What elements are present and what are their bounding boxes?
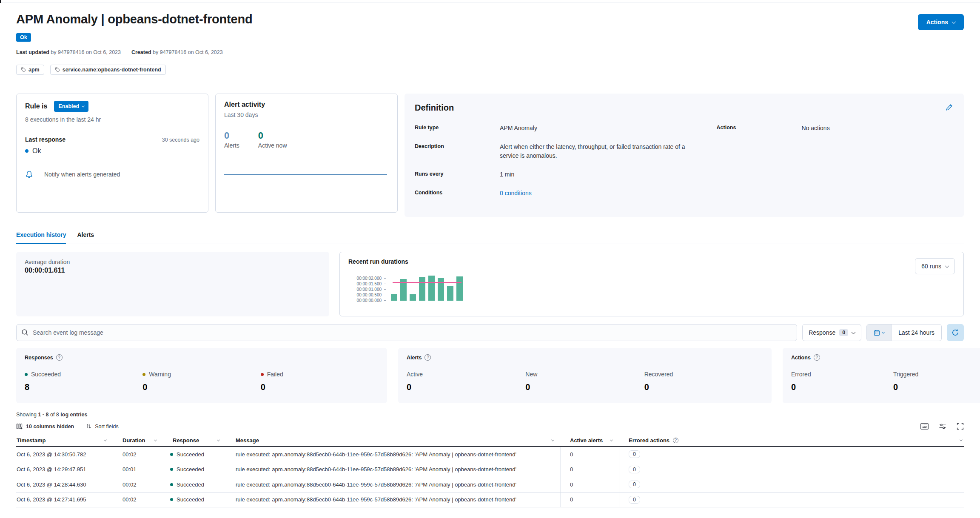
page-header: APM Anomaly | opbeans-dotnet-frontend Ok… <box>16 3 964 75</box>
help-icon[interactable]: ? <box>56 354 63 361</box>
stat-new: New 0 <box>525 371 644 392</box>
enabled-dropdown-button[interactable]: Enabled <box>54 101 88 112</box>
alert-activity-title: Alert activity <box>224 101 389 108</box>
actions-title: Actions <box>791 355 811 361</box>
stat-warning: Warning 0 <box>142 371 260 392</box>
succeeded-label: Succeeded <box>31 371 61 378</box>
tab-execution-history[interactable]: Execution history <box>16 231 66 244</box>
date-picker: Last 24 hours <box>866 324 942 341</box>
errored-actions-badge[interactable]: 0 <box>629 450 640 458</box>
cell-active-alerts: 0 <box>561 447 619 462</box>
tab-bar: Execution history Alerts <box>16 231 964 244</box>
def-actions-label: Actions <box>717 124 802 133</box>
cell-timestamp: Oct 6, 2023 @ 14:27:41.695 <box>16 492 113 507</box>
errored-actions-badge[interactable]: 0 <box>629 496 640 504</box>
columns-icon <box>16 423 23 430</box>
y-axis-tick-label: 00:00:01.500 <box>357 282 382 286</box>
stat-succeeded: Succeeded 8 <box>25 371 142 392</box>
actions-panel: Actions ? Errored 0 Triggered 0 <box>783 348 980 403</box>
cell-errored-actions: 0 <box>619 462 964 477</box>
search-input[interactable] <box>16 324 797 341</box>
recent-run-durations-panel: Recent run durations 60 runs 00:00:02.00… <box>339 252 964 316</box>
calendar-icon <box>874 330 880 336</box>
created-value: by 947978416 on Oct 6, 2023 <box>153 49 223 55</box>
help-icon[interactable]: ? <box>424 354 431 361</box>
recovered-label: Recovered <box>644 371 673 378</box>
alert-activity-chart-line <box>224 174 387 175</box>
response-filter-label: Response <box>809 329 835 336</box>
keyboard-icon[interactable] <box>920 423 929 430</box>
time-range-button[interactable]: Last 24 hours <box>892 324 941 341</box>
cell-message: rule executed: apm.anomaly:88d5ecb0-644b… <box>226 492 561 507</box>
cell-response: Succeeded <box>163 462 226 477</box>
tag-label: apm <box>28 67 40 73</box>
actions-button[interactable]: Actions <box>918 14 964 30</box>
recovered-value: 0 <box>644 382 763 392</box>
warning-label: Warning <box>149 371 171 378</box>
tab-alerts[interactable]: Alerts <box>77 231 94 244</box>
window-corner-notch <box>0 0 1 3</box>
columns-hidden-button[interactable]: 10 columns hidden <box>16 423 74 430</box>
conditions-label: Conditions <box>415 189 500 198</box>
new-label: New <box>525 371 537 378</box>
col-header-active-alerts[interactable]: Active alerts <box>561 434 619 446</box>
axis-tick <box>384 284 386 284</box>
table-row[interactable]: Oct 6, 2023 @ 14:30:50.782 00:02 Succeed… <box>16 447 964 462</box>
errored-actions-badge[interactable]: 0 <box>629 481 640 488</box>
edit-pencil-icon[interactable] <box>946 104 953 113</box>
col-header-errored-actions[interactable]: Errored actions ? <box>619 434 964 446</box>
chevron-down-icon <box>154 438 157 441</box>
warning-value: 0 <box>142 382 260 392</box>
quick-select-date-button[interactable] <box>867 324 892 341</box>
tag-list: apm service.name:opbeans-dotnet-frontend <box>16 65 964 75</box>
enabled-label: Enabled <box>58 103 79 109</box>
response-filter-count-badge: 0 <box>839 329 848 336</box>
stat-triggered: Triggered 0 <box>893 371 980 392</box>
conditions-link[interactable]: 0 conditions <box>500 189 532 198</box>
rule-details-page: APM Anomaly | opbeans-dotnet-frontend Ok… <box>0 3 980 507</box>
stat-active: Active 0 <box>407 371 525 392</box>
cell-errored-actions: 0 <box>619 492 964 507</box>
y-axis-tick-label: 00:00:02.000 <box>357 276 382 281</box>
succeeded-dot <box>170 498 173 501</box>
showing-entries-text: Showing 1 - 8 of 8 log entries <box>16 412 964 418</box>
display-options-icon[interactable] <box>939 423 946 430</box>
col-header-response[interactable]: Response <box>163 434 226 446</box>
active-value: 0 <box>407 382 525 392</box>
col-header-duration[interactable]: Duration <box>113 434 163 446</box>
average-duration-line <box>393 282 462 283</box>
alerts-panel: Alerts ? Active 0 New 0 Recovered 0 <box>398 348 772 403</box>
description-label: Description <box>415 142 500 160</box>
responses-title: Responses <box>25 355 53 361</box>
col-header-message[interactable]: Message <box>226 434 561 446</box>
sort-fields-button[interactable]: Sort fields <box>86 424 119 430</box>
active-now-label: Active now <box>258 142 287 149</box>
run-duration-bars <box>391 274 463 301</box>
actions-button-label: Actions <box>926 19 948 26</box>
col-header-timestamp[interactable]: Timestamp <box>16 434 113 446</box>
help-icon[interactable]: ? <box>814 354 820 361</box>
cell-active-alerts: 0 <box>561 477 619 492</box>
failed-label: Failed <box>267 371 283 378</box>
rule-is-label: Rule is <box>25 102 47 110</box>
response-filter-button[interactable]: Response 0 <box>802 324 861 341</box>
runs-count-label: 60 runs <box>921 263 941 270</box>
table-row[interactable]: Oct 6, 2023 @ 14:27:41.695 00:02 Succeed… <box>16 492 964 508</box>
fullscreen-icon[interactable] <box>957 423 964 430</box>
cell-duration: 00:02 <box>113 447 163 462</box>
duration-bar <box>391 294 397 301</box>
def-actions-value: No actions <box>802 124 830 133</box>
table-row[interactable]: Oct 6, 2023 @ 14:28:44.630 00:02 Succeed… <box>16 477 964 492</box>
log-table-header: Timestamp Duration Response Message Acti… <box>16 434 964 447</box>
chevron-down-icon <box>852 330 856 334</box>
tag-apm[interactable]: apm <box>16 65 44 75</box>
refresh-button[interactable] <box>947 324 964 341</box>
cell-message: rule executed: apm.anomaly:88d5ecb0-644b… <box>226 447 561 462</box>
errored-label: Errored <box>791 371 811 378</box>
runs-every-label: Runs every <box>415 170 500 179</box>
table-row[interactable]: Oct 6, 2023 @ 14:29:47.951 00:01 Succeed… <box>16 462 964 478</box>
tag-service-name[interactable]: service.name:opbeans-dotnet-frontend <box>50 65 166 75</box>
errored-actions-badge[interactable]: 0 <box>629 466 640 473</box>
duration-bar <box>410 294 416 301</box>
runs-every-value: 1 min <box>500 170 514 179</box>
